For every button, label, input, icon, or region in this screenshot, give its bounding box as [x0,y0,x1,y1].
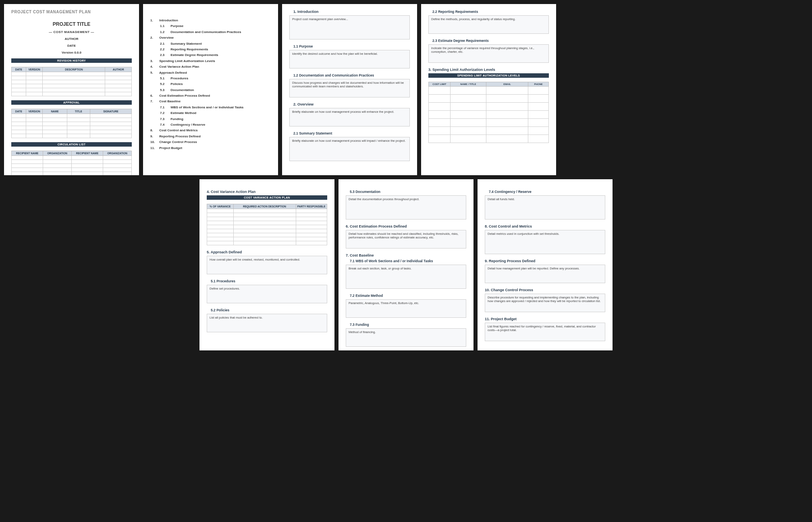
cover-version: Version 0.0.0 [11,51,132,54]
toc-item: 6. Cost Estimation Process Defined [150,93,271,99]
sec-2-3-h: 2.3 Estimate Degree Requirements [428,39,549,43]
toc-item: 5. Approach Defined5.1 Procedures5.2 Pol… [150,70,271,93]
toc-item: 10. Change Control Process [150,139,271,145]
page-toc: 1. Introduction1.1 Purpose1.2 Documentat… [143,4,278,175]
sec-2-2-h: 2.2 Reporting Requirements [428,10,549,14]
toc-item: 9. Reporting Process Defined [150,134,271,139]
toc-subitem: 7.4 Contingency / Reserve [160,122,271,128]
sec-7-3-h: 7.3 Funding [346,323,466,327]
toc-subitem: 7.2 Estimate Method [160,110,271,116]
sec-5-2-h: 5.2 Policies [207,308,327,312]
toc-item: 1. Introduction1.1 Purpose1.2 Documentat… [150,18,271,35]
sec-6-h: 6. Cost Estimation Process Defined [346,224,466,228]
sec-7-h: 7. Cost Baseline [346,253,466,257]
toc-subitem: 7.3 Funding [160,116,271,122]
spending-title: SPENDING LIMIT AUTHORIZATION LEVELS [428,73,549,78]
toc-item: 7. Cost Baseline7.1 WBS of Work Sections… [150,99,271,128]
sec-5-3-h: 5.3 Documentation [346,190,466,194]
cvap-table: % OF VARIANCE REQUIRED ACTION DESCRIPTIO… [207,204,327,245]
page-7: 7.4 Contingency / Reserve Detail all fun… [478,179,613,350]
sec-11-h: 11. Project Budget [485,317,605,321]
sec-9-h: 9. Reporting Process Defined [485,259,605,263]
sec-7-4-h: 7.4 Contingency / Reserve [485,190,605,194]
cover-subtitle: — COST MANAGEMENT — [11,30,132,34]
revision-history-table: DATE VERSION DESCRIPTION AUTHOR [11,67,132,96]
toc-subitem: 2.3 Estimate Degree Requirements [160,52,271,58]
page-4: 2.2 Reporting Requirements Define the me… [421,4,556,175]
revision-history-title: REVISION HISTORY [11,58,132,63]
page-6: 5.3 Documentation Detail the documentati… [339,179,473,350]
sec-5-h: 5. Approach Defined [207,250,327,254]
toc-subitem: 7.1 WBS of Work Sections and / or Indivi… [160,105,271,110]
sec-3-h: 3. Spending Limit Authorization Levels [428,68,549,72]
sec-5-2-body: List all policies that must be adhered t… [207,314,327,332]
cvap-title: COST VARIANCE ACTION PLAN [207,195,327,200]
sec-1-2-body: Discuss how progress and changes will be… [289,79,410,97]
toc-subitem: 2.1 Summary Statement [160,41,271,47]
approval-title: APPROVAL [11,100,132,105]
sec-7-1-h: 7.1 WBS of Work Sections and / or Indivi… [346,259,466,263]
sec-6-body: Detail how estimates should be reached a… [346,230,466,249]
toc-item: 8. Cost Control and Metrics [150,128,271,133]
sec-5-1-body: Define set procedures. [207,285,327,303]
sec-1-h: 1. Introduction [289,10,410,14]
sec-8-body: Detail metrics used in conjunction with … [485,230,605,254]
circulation-table: RECIPIENT NAME ORGANIZATION RECIPIENT NA… [11,151,132,175]
sec-8-h: 8. Cost Control and Metrics [485,224,605,228]
toc-item: 4. Cost Variance Action Plan [150,64,271,70]
toc-item: 11. Project Budget [150,145,271,151]
sec-5-3-body: Detail the documentation process through… [346,195,466,220]
sec-2-2-body: Define the methods, process, and regular… [428,15,549,34]
cover-author: AUTHOR [11,37,132,41]
document-title: PROJECT COST MANAGEMENT PLAN [11,10,132,14]
sec-2-h: 2. Overview [289,102,410,106]
toc-subitem: 2.2 Reporting Requirements [160,47,271,52]
sec-2-3-body: Indicate the percentage of variance requ… [428,44,549,63]
toc-item: 3. Spending Limit Authorization Levels [150,58,271,64]
sec-1-2-h: 1.2 Documentation and Communication Prac… [289,73,410,77]
page-5: 4. Cost Variance Action Plan COST VARIAN… [199,179,334,350]
toc-subitem: 5.3 Documentation [160,87,271,93]
toc: 1. Introduction1.1 Purpose1.2 Documentat… [150,18,271,151]
sec-5-body: How overall plan will be created, revise… [207,256,327,274]
sec-1-1-body: Identify the desired outcome and how the… [289,50,410,68]
sec-7-3-body: Method of financing. [346,328,466,347]
project-title: PROJECT TITLE [11,21,132,27]
sec-4-h: 4. Cost Variance Action Plan [207,190,327,194]
approval-table: DATE VERSION NAME TITLE SIGNATURE [11,109,132,138]
toc-subitem: 1.1 Purpose [160,23,271,29]
sec-11-body: List final figures reached for contingen… [485,323,605,341]
sec-10-body: Describe procedure for requesting and im… [485,294,605,312]
sec-1-1-h: 1.1 Purpose [289,44,410,48]
toc-subitem: 1.2 Documentation and Communication Prac… [160,29,271,35]
toc-subitem: 5.2 Policies [160,81,271,87]
sec-5-1-h: 5.1 Procedures [207,279,327,283]
page-3: 1. Introduction Project cost management … [282,4,417,175]
sec-7-2-body: Parametric, Analogous, Three-Point, Bott… [346,299,466,318]
sec-2-1-body: Briefly elaborate on how cost management… [289,137,410,161]
sec-1-body: Project cost management plan overview... [289,15,410,39]
circulation-title: CIRCULATION LIST [11,142,132,147]
sec-9-body: Detail how management plan will be repor… [485,265,605,283]
cover-date: DATE [11,44,132,48]
sec-7-2-h: 7.2 Estimate Method [346,294,466,298]
toc-item: 2. Overview2.1 Summary Statement2.2 Repo… [150,35,271,58]
sec-7-4-body: Detail all funds held. [485,195,605,220]
spending-table: COST LIMIT NAME / TITLE EMAIL PHONE [428,82,549,143]
toc-subitem: 5.1 Procedures [160,76,271,81]
sec-7-1-body: Break out each section, task, or group o… [346,265,466,289]
page-cover: PROJECT COST MANAGEMENT PLAN PROJECT TIT… [4,4,139,175]
sec-2-body: Briefly elaborate on how cost management… [289,108,410,126]
sec-2-1-h: 2.1 Summary Statement [289,131,410,135]
sec-10-h: 10. Change Control Process [485,288,605,292]
